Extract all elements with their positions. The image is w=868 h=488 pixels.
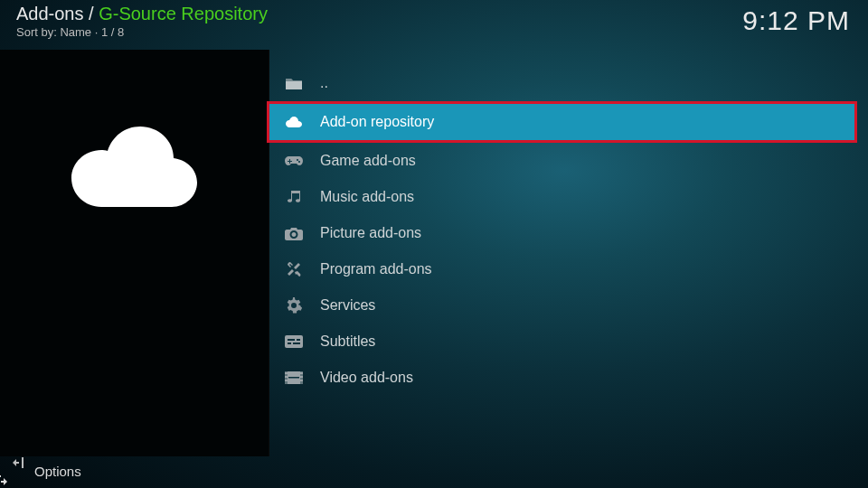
cloud-icon xyxy=(284,116,304,128)
list-item-parent[interactable]: .. xyxy=(269,65,859,101)
film-icon xyxy=(284,371,304,384)
svg-rect-4 xyxy=(293,343,300,344)
music-icon xyxy=(284,189,304,205)
list-item-label: Picture add-ons xyxy=(320,225,421,241)
sort-line[interactable]: Sort by: Name · 1 / 8 xyxy=(16,25,268,39)
subtitles-icon xyxy=(284,335,304,348)
list-item-label: Add-on repository xyxy=(320,114,434,130)
clock: 9:12 PM xyxy=(742,5,850,36)
svg-rect-2 xyxy=(297,339,300,341)
options-icon xyxy=(9,455,25,487)
svg-rect-0 xyxy=(285,335,303,348)
category-artwork xyxy=(67,108,203,208)
gear-icon xyxy=(284,297,304,314)
svg-rect-1 xyxy=(288,339,295,341)
list-item-game-addons[interactable]: Game add-ons xyxy=(269,143,859,179)
options-label[interactable]: Options xyxy=(34,464,81,479)
svg-rect-3 xyxy=(288,343,291,344)
list-item-label: Services xyxy=(320,297,375,314)
list-item-label: Video add-ons xyxy=(320,370,413,386)
list-item-services[interactable]: Services xyxy=(269,287,859,324)
svg-rect-9 xyxy=(285,376,288,378)
list-item-video-addons[interactable]: Video add-ons xyxy=(269,360,859,396)
breadcrumb[interactable]: Add-ons / G-Source Repository xyxy=(16,4,268,24)
breadcrumb-root[interactable]: Add-ons xyxy=(16,4,84,23)
svg-rect-14 xyxy=(288,377,299,379)
svg-rect-8 xyxy=(285,372,288,374)
list-item-music-addons[interactable]: Music add-ons xyxy=(269,179,859,215)
sidebar-panel xyxy=(0,50,269,456)
list-item-program-addons[interactable]: Program add-ons xyxy=(269,251,859,287)
folder-up-icon xyxy=(284,76,304,90)
list-item-label: Game add-ons xyxy=(320,153,416,169)
breadcrumb-current: G-Source Repository xyxy=(99,4,268,23)
svg-rect-10 xyxy=(285,380,288,381)
list-item-label: .. xyxy=(320,75,328,91)
sort-label[interactable]: Sort by: Name xyxy=(16,25,91,39)
gamepad-icon xyxy=(284,155,304,167)
list-item-label: Subtitles xyxy=(320,333,375,350)
cloud-icon xyxy=(67,108,203,208)
list-item-label: Program add-ons xyxy=(320,261,432,277)
options-bar[interactable]: Options xyxy=(0,454,271,488)
svg-rect-12 xyxy=(300,376,303,378)
sort-sep: · xyxy=(95,25,101,39)
list-item-addon-repository[interactable]: Add-on repository xyxy=(267,101,857,143)
svg-rect-13 xyxy=(300,380,303,381)
breadcrumb-sep: / xyxy=(84,4,99,23)
camera-icon xyxy=(284,227,304,240)
list-item-subtitles[interactable]: Subtitles xyxy=(269,324,859,360)
list-item-picture-addons[interactable]: Picture add-ons xyxy=(269,215,859,251)
list-position: 1 / 8 xyxy=(101,25,124,39)
tools-icon xyxy=(284,261,304,277)
svg-rect-11 xyxy=(300,372,303,374)
addon-category-list: .. Add-on repository Game add-ons Music … xyxy=(269,65,859,396)
list-item-label: Music add-ons xyxy=(320,189,414,205)
